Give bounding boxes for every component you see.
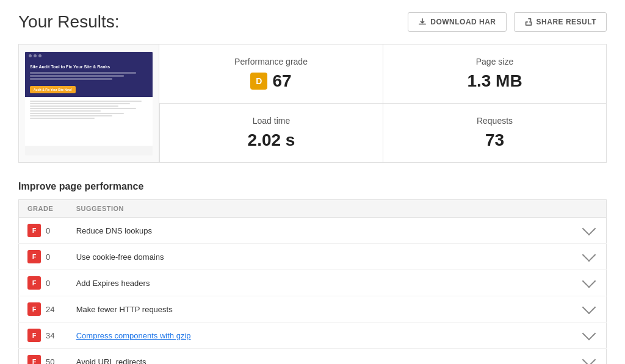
screenshot-preview: Site Audit Tool to Fix Your Site & Ranks…	[19, 45, 159, 162]
score-number: 0	[46, 226, 50, 235]
page-size-cell: Page size 1.3 MB	[383, 45, 606, 104]
page-title: Your Results:	[18, 12, 120, 32]
suggestion-cell-0: Reduce DNS lookups	[68, 218, 572, 244]
requests-value: 73	[485, 130, 504, 150]
header-actions: DOWNLOAD HAR SHARE RESULT	[408, 12, 607, 32]
share-icon	[524, 18, 533, 26]
col-grade: GRADE	[19, 200, 68, 218]
download-icon	[418, 18, 427, 26]
share-result-button[interactable]: SHARE RESULT	[514, 12, 607, 32]
expand-cell-2[interactable]	[572, 270, 607, 296]
table-row: F50Avoid URL redirects	[19, 349, 607, 365]
chevron-down-icon	[582, 353, 596, 364]
grade-cell-4: F34	[19, 323, 68, 349]
expand-cell-4[interactable]	[572, 323, 607, 349]
performance-grade-label: Performance grade	[234, 57, 308, 66]
expand-cell-5[interactable]	[572, 349, 607, 365]
chevron-down-icon	[582, 327, 596, 341]
grade-cell-1: F0	[19, 244, 68, 270]
suggestion-text: Reduce DNS lookups	[76, 226, 152, 235]
performance-table: GRADE SUGGESTION F0Reduce DNS lookupsF0U…	[18, 199, 607, 364]
suggestion-text: Avoid URL redirects	[76, 357, 146, 364]
col-suggestion: SUGGESTION	[68, 200, 572, 218]
expand-cell-0[interactable]	[572, 218, 607, 244]
page-header: Your Results: DOWNLOAD HAR SHARE RESULT	[18, 12, 607, 32]
suggestion-text[interactable]: Compress components with gzip	[76, 331, 191, 340]
score-number: 50	[46, 357, 54, 365]
performance-grade-cell: Performance grade D 67	[159, 45, 383, 104]
grade-cell-3: F24	[19, 296, 68, 323]
grade-badge: F	[27, 355, 41, 364]
grade-cell-5: F50	[19, 349, 68, 365]
expand-cell-3[interactable]	[572, 296, 607, 323]
suggestion-text: Add Expires headers	[76, 279, 150, 288]
performance-grade-number: 67	[272, 71, 291, 91]
table-row: F24Make fewer HTTP requests	[19, 296, 607, 323]
table-row: F0Reduce DNS lookups	[19, 218, 607, 244]
grade-badge: F	[27, 329, 41, 342]
grade-cell-0: F0	[19, 218, 68, 244]
col-expand	[572, 200, 607, 218]
score-number: 24	[46, 305, 54, 314]
table-header-row: GRADE SUGGESTION	[19, 200, 607, 218]
site-screenshot: Site Audit Tool to Fix Your Site & Ranks…	[25, 52, 153, 155]
expand-button[interactable]	[580, 251, 598, 262]
load-time-value: 2.02 s	[248, 130, 295, 150]
page-size-label: Page size	[476, 57, 513, 66]
score-number: 0	[46, 279, 50, 288]
chevron-down-icon	[582, 222, 596, 236]
suggestion-text: Use cookie-free domains	[76, 252, 164, 262]
grade-badge: F	[27, 224, 41, 237]
expand-button[interactable]	[580, 277, 598, 288]
download-har-button[interactable]: DOWNLOAD HAR	[408, 12, 506, 32]
expand-button[interactable]	[580, 356, 598, 364]
load-time-cell: Load time 2.02 s	[159, 104, 383, 162]
score-number: 34	[46, 331, 54, 340]
page-size-value: 1.3 MB	[467, 71, 522, 91]
grade-badge: F	[27, 302, 41, 316]
suggestion-cell-3: Make fewer HTTP requests	[68, 296, 572, 323]
chevron-down-icon	[582, 301, 596, 315]
performance-section: Improve page performance GRADE SUGGESTIO…	[18, 181, 607, 364]
expand-button[interactable]	[580, 225, 598, 236]
table-row: F34Compress components with gzip	[19, 323, 607, 349]
chevron-down-icon	[582, 274, 596, 288]
score-number: 0	[46, 252, 50, 262]
load-time-label: Load time	[253, 116, 290, 126]
results-grid: Site Audit Tool to Fix Your Site & Ranks…	[18, 44, 607, 163]
requests-label: Requests	[477, 116, 513, 126]
chevron-down-icon	[582, 248, 596, 262]
suggestion-cell-1: Use cookie-free domains	[68, 244, 572, 270]
suggestion-cell-2: Add Expires headers	[68, 270, 572, 296]
table-row: F0Add Expires headers	[19, 270, 607, 296]
section-title: Improve page performance	[18, 181, 607, 192]
expand-cell-1[interactable]	[572, 244, 607, 270]
grade-badge: F	[27, 250, 41, 263]
suggestion-cell-4[interactable]: Compress components with gzip	[68, 323, 572, 349]
suggestion-text: Make fewer HTTP requests	[76, 305, 173, 314]
expand-button[interactable]	[580, 304, 598, 315]
table-row: F0Use cookie-free domains	[19, 244, 607, 270]
requests-cell: Requests 73	[383, 104, 606, 162]
suggestion-cell-5: Avoid URL redirects	[68, 349, 572, 365]
grade-badge: F	[27, 276, 41, 290]
expand-button[interactable]	[580, 330, 598, 341]
grade-cell-2: F0	[19, 270, 68, 296]
grade-letter-badge: D	[250, 73, 267, 90]
performance-grade-value: D 67	[250, 71, 291, 91]
